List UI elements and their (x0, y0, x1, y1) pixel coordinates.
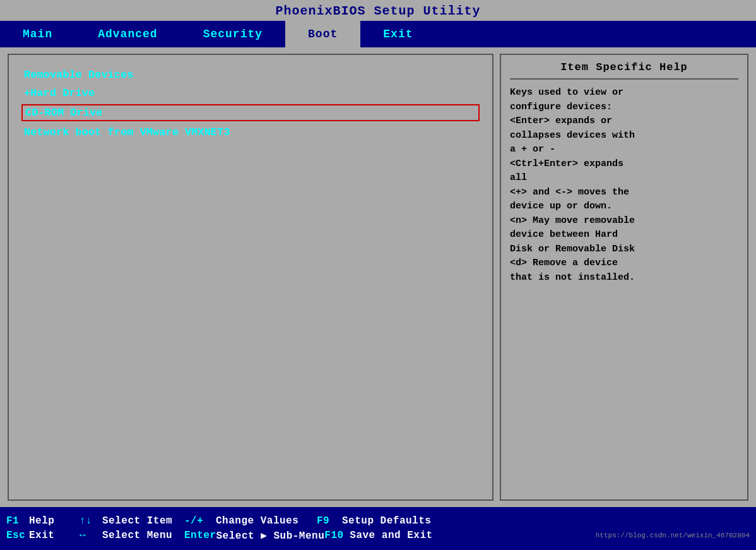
footer-key-updown: ↑↓ (80, 515, 102, 527)
footer-desc-save-exit: Save and Exit (350, 530, 432, 541)
footer-key-enter: Enter (184, 530, 216, 541)
footer-desc-select-submenu: Select ▶ Sub-Menu (216, 529, 325, 542)
boot-item-removable[interactable]: Removable Devices (21, 68, 480, 82)
footer-desc-exit: Exit (29, 530, 80, 541)
footer-desc-setup-defaults: Setup Defaults (342, 515, 431, 527)
bios-title: PhoenixBIOS Setup Utility (275, 4, 480, 18)
footer-desc-select-item: Select Item (102, 515, 184, 527)
menu-bar: Main Advanced Security Boot Exit (0, 21, 756, 47)
menu-item-security[interactable]: Security (180, 21, 285, 47)
boot-item-harddrive[interactable]: +Hard Drive (21, 86, 480, 100)
footer-key-leftright: ↔ (80, 530, 102, 541)
footer-desc-help: Help (29, 515, 80, 527)
menu-item-advanced[interactable]: Advanced (75, 21, 180, 47)
left-panel: Removable Devices +Hard Drive CD-ROM Dri… (8, 54, 493, 501)
watermark: https://blog.csdn.net/weixin_46702804 (596, 532, 750, 539)
footer-key-esc: Esc (6, 530, 29, 541)
menu-item-main[interactable]: Main (0, 21, 75, 47)
help-text: Keys used to view or configure devices: … (510, 86, 738, 285)
footer-key-f10: F10 (324, 530, 350, 541)
main-content: Removable Devices +Hard Drive CD-ROM Dri… (0, 47, 756, 507)
footer-key-f1: F1 (6, 515, 29, 527)
footer-key-f9: F9 (317, 515, 342, 527)
menu-item-boot[interactable]: Boot (285, 21, 360, 47)
help-title: Item Specific Help (510, 61, 738, 80)
footer: F1 Help ↑↓ Select Item -/+ Change Values… (0, 507, 756, 550)
footer-key-plusminus: -/+ (184, 515, 216, 527)
right-panel: Item Specific Help Keys used to view or … (500, 54, 748, 501)
boot-item-network[interactable]: Network boot from VMware VMXNET3 (21, 125, 480, 140)
title-bar: PhoenixBIOS Setup Utility (0, 0, 756, 21)
menu-item-exit[interactable]: Exit (360, 21, 435, 47)
footer-desc-change-values: Change Values (216, 515, 317, 527)
footer-desc-select-menu: Select Menu (102, 530, 184, 541)
bios-container: PhoenixBIOS Setup Utility Main Advanced … (0, 0, 756, 550)
boot-item-cdrom[interactable]: CD-ROM Drive (21, 104, 480, 121)
